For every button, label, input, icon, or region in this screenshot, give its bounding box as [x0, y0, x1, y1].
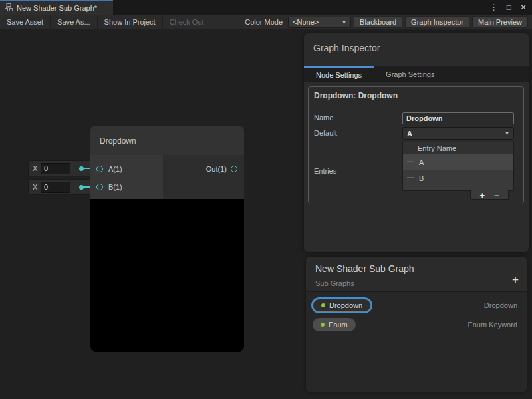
document-tab[interactable]: New Shader Sub Graph*	[0, 0, 113, 15]
main-preview-toggle-button[interactable]: Main Preview	[472, 16, 528, 28]
color-mode-value: <None>	[293, 18, 319, 26]
add-property-button[interactable]: +	[512, 274, 519, 285]
input-port-b-label: B(1)	[108, 183, 122, 191]
blackboard-panel: New Shader Sub Graph Sub Graphs + Dropdo…	[306, 257, 527, 392]
check-out-button: Check Out	[163, 15, 211, 29]
menu-icon[interactable]: ⋮	[490, 3, 498, 11]
property-name: Dropdown	[329, 301, 362, 309]
drag-handle-icon[interactable]	[407, 177, 414, 180]
tab-graph-settings[interactable]: Graph Settings	[374, 66, 446, 82]
blackboard-title: New Shader Sub Graph	[306, 257, 527, 274]
property-dot-icon	[321, 323, 325, 327]
property-pill-enum[interactable]: Enum	[313, 318, 356, 331]
node-body: A(1) B(1) Out(1)	[90, 155, 244, 199]
color-mode-label: Color Mode	[245, 18, 283, 26]
graph-inspector-panel: Graph Inspector Node Settings Graph Sett…	[304, 33, 529, 252]
toolbar: Save Asset Save As... Show In Project Ch…	[0, 15, 532, 29]
node-header[interactable]: Dropdown	[90, 126, 244, 155]
blackboard-toggle-button[interactable]: Blackboard	[354, 16, 402, 28]
output-port-label: Out(1)	[206, 165, 227, 173]
window-controls: ⋮ □ ✕	[490, 0, 527, 15]
property-type-label: Dropdown	[484, 301, 517, 309]
input-port-a-icon[interactable]	[96, 166, 103, 172]
save-asset-button[interactable]: Save Asset	[0, 15, 51, 29]
value-field[interactable]: 0	[41, 163, 70, 174]
axis-label: X	[33, 164, 41, 172]
color-mode-dropdown[interactable]: <None> ▼	[288, 17, 351, 28]
shader-graph-icon	[5, 2, 13, 14]
property-type-label: Enum Keyword	[467, 321, 517, 329]
blackboard-row-dropdown: Dropdown Dropdown	[313, 299, 527, 312]
blackboard-item-list: Dropdown Dropdown Enum Enum Keyword	[306, 291, 527, 392]
shader-graph-window: New Shader Sub Graph* ⋮ □ ✕ Save Asset S…	[0, 0, 532, 399]
entries-list: Entry Name A B	[402, 142, 514, 191]
default-value: A	[407, 130, 412, 138]
chevron-down-icon: ▼	[505, 131, 509, 136]
chevron-down-icon: ▼	[342, 20, 346, 25]
entries-label: Entries	[314, 167, 336, 175]
save-as-button[interactable]: Save As...	[51, 15, 98, 29]
dropdown-node[interactable]: Dropdown A(1) B(1) Out(1)	[90, 126, 244, 352]
close-icon[interactable]: ✕	[520, 3, 527, 11]
tab-title: New Shader Sub Graph*	[17, 4, 97, 12]
graph-inspector-toggle-button[interactable]: Graph Inspector	[405, 16, 469, 28]
entry-row-a[interactable]: A	[403, 154, 513, 170]
blackboard-subtitle: Sub Graphs	[306, 274, 527, 287]
entries-header: Entry Name	[403, 142, 513, 154]
maximize-icon[interactable]: □	[507, 3, 511, 11]
property-name: Enum	[329, 321, 348, 329]
output-port-icon[interactable]	[231, 166, 237, 172]
input-port-b-icon[interactable]	[96, 184, 103, 190]
graph-inspector-title: Graph Inspector	[304, 33, 529, 53]
add-entry-button[interactable]: +	[479, 191, 485, 200]
entries-footer: + −	[470, 190, 509, 200]
name-input[interactable]: Dropdown	[402, 112, 514, 124]
inspector-tab-bar: Node Settings Graph Settings	[304, 66, 529, 82]
toolbar-right-group: Color Mode <None> ▼ Blackboard Graph Ins…	[245, 15, 528, 29]
property-dot-icon	[321, 303, 325, 307]
remove-entry-button[interactable]: −	[494, 191, 499, 200]
property-pill-dropdown[interactable]: Dropdown	[313, 299, 371, 312]
name-label: Name	[314, 114, 333, 122]
entry-name: B	[419, 174, 424, 182]
input-port-a-label: A(1)	[108, 165, 122, 173]
title-bar: New Shader Sub Graph* ⋮ □ ✕	[0, 0, 532, 15]
node-input-column	[90, 155, 163, 199]
node-settings-section-title: Dropdown: Dropdown	[309, 87, 523, 104]
show-in-project-button[interactable]: Show In Project	[98, 15, 163, 29]
entry-name: A	[419, 158, 424, 166]
node-settings-group: Dropdown: Dropdown Name Dropdown Default…	[308, 86, 524, 203]
value-field[interactable]: 0	[41, 182, 70, 193]
default-dropdown[interactable]: A ▼	[402, 127, 514, 140]
tab-node-settings[interactable]: Node Settings	[304, 66, 374, 82]
entry-row-b[interactable]: B	[403, 170, 513, 186]
node-output-column	[163, 155, 244, 199]
node-preview	[90, 199, 244, 352]
drag-handle-icon[interactable]	[407, 161, 414, 164]
axis-label: X	[33, 183, 41, 191]
blackboard-row-enum: Enum Enum Keyword	[313, 318, 527, 331]
node-title: Dropdown	[100, 136, 136, 146]
default-label: Default	[314, 129, 337, 137]
